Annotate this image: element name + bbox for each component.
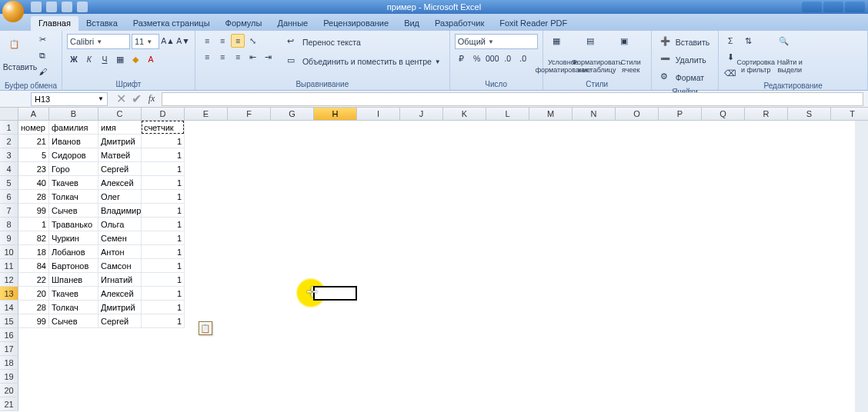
cell-B3[interactable]: Сидоров bbox=[49, 148, 98, 162]
redo-icon[interactable] bbox=[62, 2, 72, 12]
decrease-decimal-button[interactable]: .0 bbox=[516, 52, 530, 65]
paste-button[interactable]: 📋 Вставить bbox=[5, 34, 35, 77]
col-header-N[interactable]: N bbox=[573, 108, 616, 121]
row-header-13[interactable]: 13 bbox=[0, 287, 18, 301]
cell-A1[interactable]: номер bbox=[18, 121, 49, 135]
shrink-font-button[interactable]: A▼ bbox=[176, 34, 190, 48]
row-header-7[interactable]: 7 bbox=[0, 204, 18, 218]
col-header-M[interactable]: M bbox=[529, 108, 573, 121]
col-header-C[interactable]: C bbox=[98, 108, 142, 121]
row-header-16[interactable]: 16 bbox=[0, 328, 18, 342]
tab-формулы[interactable]: Формулы bbox=[218, 16, 270, 31]
cell-D2[interactable]: 1 bbox=[142, 135, 185, 148]
format-painter-button[interactable]: 🖌 bbox=[38, 66, 52, 80]
tab-разметка-страницы[interactable]: Разметка страницы bbox=[125, 16, 218, 31]
col-header-G[interactable]: G bbox=[271, 108, 314, 121]
font-color-button[interactable]: A bbox=[144, 52, 158, 66]
cell-B4[interactable]: Горо bbox=[49, 162, 98, 176]
cell-B12[interactable]: Шпанев bbox=[49, 273, 98, 287]
grow-font-button[interactable]: A▲ bbox=[161, 34, 175, 48]
cancel-formula-button[interactable]: ✕ bbox=[114, 92, 128, 106]
cell-D3[interactable]: 1 bbox=[142, 148, 185, 162]
font-size-combo[interactable]: 11▼ bbox=[132, 34, 159, 49]
tab-рецензирование[interactable]: Рецензирование bbox=[315, 16, 396, 31]
name-box[interactable]: H13▼ bbox=[31, 92, 108, 106]
spreadsheet-grid[interactable]: ABCDEFGHIJKLMNOPQRST 1234567891011121314… bbox=[0, 108, 868, 412]
cell-A2[interactable]: 21 bbox=[18, 135, 49, 148]
enter-formula-button[interactable]: ✔ bbox=[129, 92, 143, 106]
cell-D7[interactable]: 1 bbox=[142, 204, 185, 218]
font-family-combo[interactable]: Calibri▼ bbox=[67, 34, 130, 49]
indent-more-button[interactable]: ⇥ bbox=[262, 50, 275, 64]
cell-D10[interactable]: 1 bbox=[142, 245, 185, 259]
minimize-button[interactable] bbox=[802, 2, 822, 12]
cell-C7[interactable]: Владимир bbox=[98, 204, 142, 218]
currency-button[interactable]: ₽ bbox=[455, 52, 469, 65]
vertical-scrollbar[interactable] bbox=[855, 121, 868, 412]
col-header-A[interactable]: A bbox=[18, 108, 49, 121]
row-header-8[interactable]: 8 bbox=[0, 218, 18, 231]
copy-button[interactable]: ⧉ bbox=[38, 50, 52, 64]
cell-D14[interactable]: 1 bbox=[142, 301, 185, 314]
number-format-combo[interactable]: Общий▼ bbox=[455, 34, 538, 49]
cell-C13[interactable]: Алексей bbox=[98, 287, 142, 301]
cell-D6[interactable]: 1 bbox=[142, 190, 185, 204]
tab-вид[interactable]: Вид bbox=[396, 16, 427, 31]
row-header-10[interactable]: 10 bbox=[0, 245, 18, 259]
tab-данные[interactable]: Данные bbox=[269, 16, 315, 31]
cell-A15[interactable]: 99 bbox=[18, 314, 49, 328]
cell-A14[interactable]: 28 bbox=[18, 301, 49, 314]
col-header-Q[interactable]: Q bbox=[702, 108, 745, 121]
bold-button[interactable]: Ж bbox=[67, 52, 81, 66]
delete-cells-button[interactable]: ➖Удалить bbox=[656, 52, 710, 68]
align-center-button[interactable]: ≡ bbox=[215, 50, 229, 64]
row-header-4[interactable]: 4 bbox=[0, 162, 18, 176]
tab-разработчик[interactable]: Разработчик bbox=[427, 16, 492, 31]
autosum-button[interactable]: Σ bbox=[723, 34, 737, 48]
increase-decimal-button[interactable]: .0 bbox=[501, 52, 515, 65]
paste-options-button[interactable]: 📋 bbox=[199, 321, 212, 335]
cell-A13[interactable]: 20 bbox=[18, 287, 49, 301]
row-header-12[interactable]: 12 bbox=[0, 273, 18, 287]
fx-button[interactable]: fx bbox=[145, 92, 159, 106]
row-header-5[interactable]: 5 bbox=[0, 176, 18, 190]
office-button-icon[interactable] bbox=[2, 1, 24, 22]
cell-D9[interactable]: 1 bbox=[142, 231, 185, 245]
align-top-button[interactable]: ≡ bbox=[200, 34, 214, 48]
comma-button[interactable]: 000 bbox=[486, 52, 499, 65]
merge-center-button[interactable]: ▭Объединить и поместить в центре▼ bbox=[283, 53, 445, 70]
col-header-J[interactable]: J bbox=[400, 108, 443, 121]
cell-B13[interactable]: Ткачев bbox=[49, 287, 98, 301]
cell-C2[interactable]: Дмитрий bbox=[98, 135, 142, 148]
col-header-T[interactable]: T bbox=[831, 108, 868, 121]
cell-D11[interactable]: 1 bbox=[142, 259, 185, 273]
cell-A3[interactable]: 5 bbox=[18, 148, 49, 162]
underline-button[interactable]: Ч bbox=[98, 52, 112, 66]
maximize-button[interactable] bbox=[823, 2, 843, 12]
row-header-20[interactable]: 20 bbox=[0, 384, 18, 397]
sort-filter-button[interactable]: ⇅Сортировка и фильтр bbox=[740, 34, 771, 77]
cell-styles-button[interactable]: ▣Стили ячеек bbox=[616, 34, 646, 77]
align-right-button[interactable]: ≡ bbox=[231, 50, 245, 64]
row-header-6[interactable]: 6 bbox=[0, 190, 18, 204]
align-middle-button[interactable]: ≡ bbox=[215, 34, 229, 48]
italic-button[interactable]: К bbox=[82, 52, 96, 66]
cell-D8[interactable]: 1 bbox=[142, 218, 185, 231]
cell-A9[interactable]: 82 bbox=[18, 231, 49, 245]
border-button[interactable]: ▦ bbox=[113, 52, 127, 66]
col-header-R[interactable]: R bbox=[745, 108, 788, 121]
cell-C12[interactable]: Игнатий bbox=[98, 273, 142, 287]
close-button[interactable] bbox=[845, 2, 865, 12]
col-header-I[interactable]: I bbox=[357, 108, 400, 121]
row-header-14[interactable]: 14 bbox=[0, 301, 18, 314]
cell-C6[interactable]: Олег bbox=[98, 190, 142, 204]
cell-A4[interactable]: 23 bbox=[18, 162, 49, 176]
select-all-corner[interactable] bbox=[0, 108, 18, 121]
cell-B5[interactable]: Ткачев bbox=[49, 176, 98, 190]
cell-B6[interactable]: Толкач bbox=[49, 190, 98, 204]
cell-B10[interactable]: Лобанов bbox=[49, 245, 98, 259]
tab-вставка[interactable]: Вставка bbox=[78, 16, 125, 31]
row-header-9[interactable]: 9 bbox=[0, 231, 18, 245]
cell-C14[interactable]: Дмитрий bbox=[98, 301, 142, 314]
col-header-D[interactable]: D bbox=[142, 108, 185, 121]
